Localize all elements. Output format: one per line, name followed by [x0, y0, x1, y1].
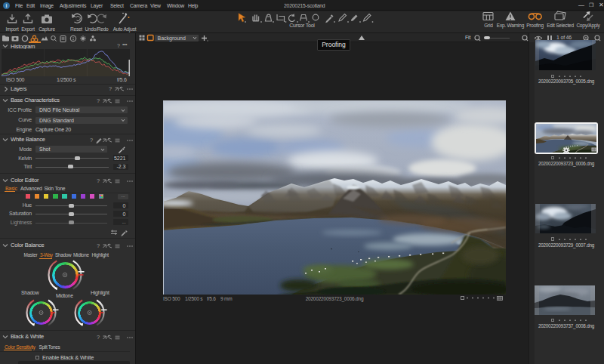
svg-text:?: ? — [97, 177, 100, 184]
svg-text:?: ? — [97, 242, 100, 249]
svg-text:?: ? — [109, 85, 112, 92]
svg-text:?: ? — [90, 137, 93, 143]
svg-text:?: ? — [97, 97, 100, 104]
svg-text:?: ? — [97, 334, 100, 341]
